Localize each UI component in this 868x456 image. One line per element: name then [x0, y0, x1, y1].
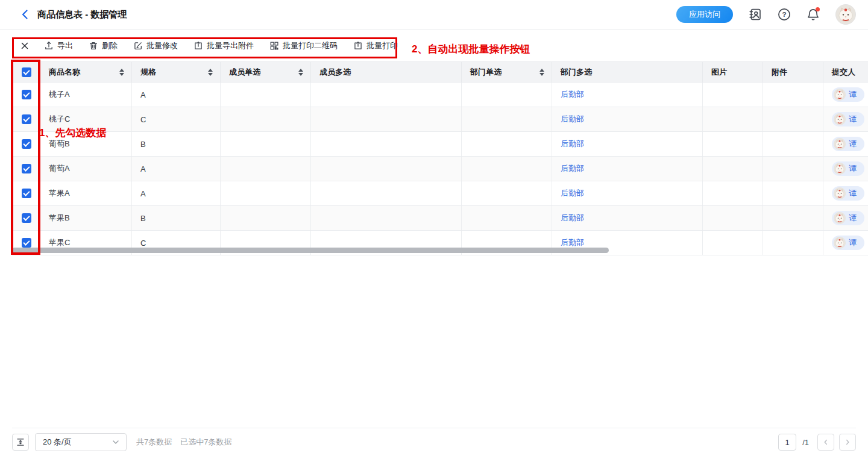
cell-image	[703, 132, 763, 157]
cell-product-name: 葡萄B	[40, 132, 132, 157]
current-page-input[interactable]: 1	[778, 434, 796, 451]
row-checkbox-cell	[13, 132, 40, 157]
submitter-pill[interactable]: 谭	[832, 236, 864, 250]
submitter-pill[interactable]: 谭	[832, 137, 864, 151]
row-checkbox-cell	[13, 107, 40, 132]
topbar: 商品信息表 - 数据管理 应用访问 ?	[0, 0, 868, 30]
cell-product-name: 苹果A	[40, 181, 132, 206]
cat-avatar-icon	[834, 212, 846, 224]
export-button[interactable]: 导出	[44, 40, 73, 51]
cell-dept-single	[462, 83, 552, 107]
notification-bell-icon[interactable]	[807, 8, 820, 21]
page-title: 商品信息表 - 数据管理	[37, 9, 127, 20]
sort-icon[interactable]	[539, 69, 544, 76]
cell-dept-single	[462, 157, 552, 181]
batch-toolbar: 导出 删除 批量修改 批量导出附件 批量打印二维码	[0, 30, 868, 61]
cell-product-name: 桃子A	[40, 83, 132, 107]
cell-attachment	[763, 181, 823, 206]
batch-print-button[interactable]: 批量打印	[353, 40, 398, 51]
cell-attachment	[763, 206, 823, 231]
sort-icon[interactable]	[119, 69, 124, 76]
qrcode-icon	[269, 41, 279, 51]
submitter-avatar	[834, 237, 846, 249]
batch-print-qrcode-button[interactable]: 批量打印二维码	[269, 40, 338, 51]
batch-export-attachment-button[interactable]: 批量导出附件	[193, 40, 254, 51]
dept-link[interactable]: 后勤部	[561, 114, 584, 123]
sort-icon[interactable]	[208, 69, 213, 76]
row-checkbox[interactable]	[22, 213, 31, 223]
help-icon[interactable]: ?	[778, 8, 791, 21]
cell-product-name: 桃子C	[40, 107, 132, 132]
submitter-pill[interactable]: 谭	[832, 161, 864, 176]
col-header-member-multi: 成员多选	[311, 62, 462, 83]
cat-avatar-icon	[836, 5, 855, 24]
submitter-avatar	[834, 187, 846, 199]
cell-submitter: 谭	[823, 83, 868, 107]
cell-dept-multi: 后勤部	[552, 132, 703, 157]
cat-avatar-icon	[834, 113, 846, 125]
submitter-avatar	[834, 113, 846, 125]
dept-link[interactable]: 后勤部	[561, 238, 584, 247]
footer-stats: 共7条数据 已选中7条数据	[136, 437, 231, 448]
row-height-button[interactable]	[12, 434, 29, 451]
col-header-member-single: 成员单选	[221, 62, 311, 83]
total-pages-label: /1	[802, 438, 809, 447]
row-checkbox[interactable]	[22, 164, 31, 173]
cell-image	[703, 157, 763, 181]
submitter-pill[interactable]: 谭	[832, 211, 864, 225]
footer: 20 条/页 共7条数据 已选中7条数据 1 /1	[12, 428, 856, 456]
table-row: 苹果B B 后勤部 谭	[13, 206, 868, 231]
horizontal-scrollbar-thumb[interactable]	[12, 248, 609, 253]
dept-link[interactable]: 后勤部	[561, 213, 584, 222]
close-batch-icon[interactable]	[20, 41, 30, 51]
data-table-container: 商品名称 规格 成员单选 成员多选 部门单选 部门多选 图片 附件 提交人 桃子…	[12, 61, 868, 255]
submitter-pill[interactable]: 谭	[832, 112, 864, 126]
export-attachment-icon	[193, 41, 203, 51]
cell-submitter: 谭	[823, 132, 868, 157]
cell-image	[703, 206, 763, 231]
chevron-right-icon	[843, 438, 852, 446]
dept-link[interactable]: 后勤部	[561, 139, 584, 148]
sort-icon[interactable]	[298, 69, 303, 76]
cell-member-multi	[311, 181, 462, 206]
col-header-spec: 规格	[132, 62, 221, 83]
trash-icon	[89, 41, 98, 51]
contacts-icon[interactable]	[749, 8, 762, 21]
svg-text:?: ?	[782, 10, 786, 18]
print-icon	[353, 41, 363, 51]
app-access-button[interactable]: 应用访问	[676, 6, 733, 23]
batch-edit-button[interactable]: 批量修改	[133, 40, 178, 51]
row-checkbox[interactable]	[22, 238, 31, 248]
notification-dot	[816, 7, 820, 11]
cell-spec: A	[132, 181, 221, 206]
row-checkbox[interactable]	[22, 189, 31, 198]
cell-spec: A	[132, 157, 221, 181]
delete-button[interactable]: 删除	[89, 40, 118, 51]
prev-page-button[interactable]	[817, 434, 834, 451]
cell-member-multi	[311, 107, 462, 132]
user-avatar[interactable]	[835, 4, 856, 25]
row-checkbox[interactable]	[22, 114, 31, 124]
cell-member-multi	[311, 132, 462, 157]
row-checkbox[interactable]	[22, 139, 31, 149]
submitter-pill[interactable]: 谭	[832, 87, 864, 102]
page-size-select[interactable]: 20 条/页	[35, 433, 127, 451]
dept-link[interactable]: 后勤部	[561, 90, 584, 99]
back-icon[interactable]	[19, 8, 31, 20]
submitter-pill[interactable]: 谭	[832, 186, 864, 201]
cat-avatar-icon	[834, 187, 846, 199]
next-page-button[interactable]	[839, 434, 856, 451]
table-header-row: 商品名称 规格 成员单选 成员多选 部门单选 部门多选 图片 附件 提交人	[13, 62, 868, 83]
dept-link[interactable]: 后勤部	[561, 164, 584, 173]
table-row: 苹果A A 后勤部 谭	[13, 181, 868, 206]
cell-member-single	[221, 157, 311, 181]
dept-link[interactable]: 后勤部	[561, 189, 584, 198]
col-header-image: 图片	[703, 62, 763, 83]
row-checkbox[interactable]	[22, 90, 31, 99]
select-all-checkbox[interactable]	[22, 67, 31, 77]
cell-attachment	[763, 157, 823, 181]
row-checkbox-cell	[13, 181, 40, 206]
row-checkbox-cell	[13, 83, 40, 107]
cell-dept-single	[462, 132, 552, 157]
cell-image	[703, 231, 763, 255]
